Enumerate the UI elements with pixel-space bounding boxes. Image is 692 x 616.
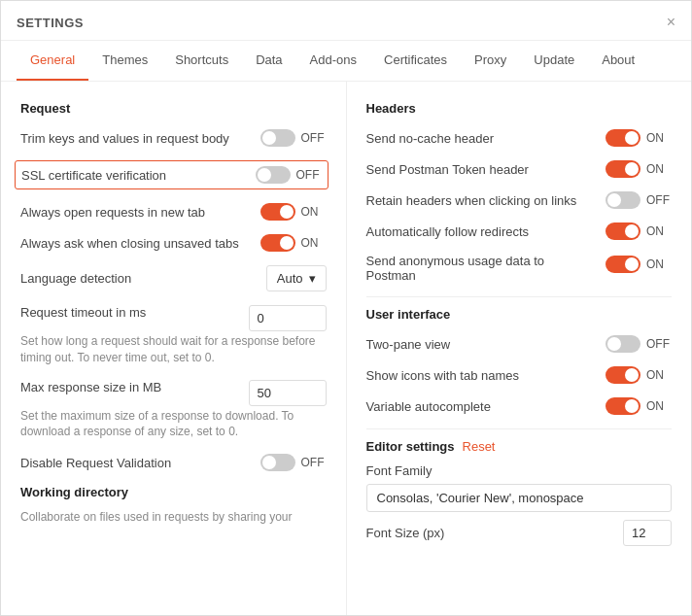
retain-headers-toggle[interactable]: OFF bbox=[606, 191, 672, 209]
trim-keys-toggle[interactable]: OFF bbox=[260, 129, 327, 147]
font-size-label: Font Size (px) bbox=[366, 526, 624, 540]
ssl-cert-state: OFF bbox=[296, 168, 322, 182]
editor-section-header: Editor settings Reset bbox=[366, 439, 673, 454]
trim-keys-state: OFF bbox=[301, 131, 327, 145]
settings-window: SETTINGS × General Themes Shortcuts Data… bbox=[0, 0, 692, 616]
tab-general[interactable]: General bbox=[17, 41, 88, 81]
show-icons-track[interactable] bbox=[606, 366, 640, 384]
font-family-input[interactable] bbox=[366, 484, 673, 512]
ssl-cert-row: SSL certificate verification OFF bbox=[15, 160, 329, 189]
postman-token-track[interactable] bbox=[606, 160, 640, 178]
disable-validation-track[interactable] bbox=[260, 454, 295, 471]
timeout-row: Request timeout in ms bbox=[20, 305, 327, 331]
postman-token-row: Send Postman Token header ON bbox=[366, 160, 673, 178]
language-label: Language detection bbox=[20, 271, 266, 286]
tab-bar: General Themes Shortcuts Data Add-ons Ce… bbox=[1, 41, 691, 82]
follow-redirects-label: Automatically follow redirects bbox=[366, 224, 606, 239]
two-pane-row: Two-pane view OFF bbox=[366, 335, 673, 353]
tab-themes[interactable]: Themes bbox=[88, 41, 161, 81]
disable-validation-state: OFF bbox=[301, 456, 327, 469]
open-new-tab-track[interactable] bbox=[260, 203, 295, 221]
timeout-desc: Set how long a request should wait for a… bbox=[20, 333, 327, 366]
close-button[interactable]: × bbox=[667, 15, 675, 30]
timeout-input[interactable] bbox=[249, 305, 327, 331]
anon-data-label: Send anonymous usage data toPostman bbox=[366, 254, 606, 283]
language-row: Language detection Auto ▾ bbox=[20, 265, 327, 291]
max-response-input[interactable] bbox=[249, 380, 327, 406]
show-icons-toggle[interactable]: ON bbox=[606, 366, 672, 384]
tab-data[interactable]: Data bbox=[242, 41, 295, 81]
open-new-tab-row: Always open requests in new tab ON bbox=[20, 203, 327, 221]
request-section-title: Request bbox=[20, 101, 327, 116]
anon-data-track[interactable] bbox=[606, 256, 640, 273]
retain-headers-row: Retain headers when clicking on links OF… bbox=[366, 191, 673, 209]
ssl-cert-toggle[interactable]: OFF bbox=[256, 166, 322, 184]
two-pane-track[interactable] bbox=[606, 335, 640, 353]
chevron-down-icon: ▾ bbox=[309, 271, 316, 286]
var-autocomplete-track[interactable] bbox=[606, 397, 640, 415]
editor-title: Editor settings bbox=[366, 439, 455, 454]
disable-validation-row: Disable Request Validation OFF bbox=[20, 454, 327, 471]
divider-editor bbox=[366, 428, 673, 429]
retain-headers-state: OFF bbox=[646, 193, 672, 207]
follow-redirects-row: Automatically follow redirects ON bbox=[366, 222, 673, 240]
disable-validation-label: Disable Request Validation bbox=[20, 456, 260, 470]
follow-redirects-track[interactable] bbox=[606, 222, 640, 240]
two-pane-state: OFF bbox=[646, 337, 672, 351]
postman-token-state: ON bbox=[646, 162, 672, 176]
tab-shortcuts[interactable]: Shortcuts bbox=[161, 41, 242, 81]
editor-reset-button[interactable]: Reset bbox=[463, 439, 496, 454]
anon-data-toggle[interactable]: ON bbox=[606, 256, 672, 273]
postman-token-toggle[interactable]: ON bbox=[606, 160, 672, 178]
two-pane-toggle[interactable]: OFF bbox=[606, 335, 672, 353]
tab-certificates[interactable]: Certificates bbox=[370, 41, 461, 81]
no-cache-label: Send no-cache header bbox=[366, 131, 606, 146]
ssl-cert-label: SSL certificate verification bbox=[21, 168, 256, 183]
var-autocomplete-toggle[interactable]: ON bbox=[606, 397, 672, 415]
working-dir-title: Working directory bbox=[20, 485, 327, 499]
max-response-label: Max response size in MB bbox=[20, 380, 249, 394]
content-area: Request Trim keys and values in request … bbox=[1, 82, 691, 615]
headers-section-title: Headers bbox=[366, 101, 673, 116]
anon-data-row: Send anonymous usage data toPostman ON bbox=[366, 254, 673, 283]
tab-update[interactable]: Update bbox=[520, 41, 588, 81]
retain-headers-track[interactable] bbox=[606, 191, 640, 209]
ssl-cert-track[interactable] bbox=[256, 166, 291, 184]
follow-redirects-toggle[interactable]: ON bbox=[606, 222, 672, 240]
tab-addons[interactable]: Add-ons bbox=[296, 41, 370, 81]
ui-section-title: User interface bbox=[366, 307, 673, 322]
disable-validation-toggle[interactable]: OFF bbox=[260, 454, 327, 471]
title-bar: SETTINGS × bbox=[1, 1, 691, 41]
font-size-row: Font Size (px) bbox=[366, 520, 673, 546]
font-size-input[interactable] bbox=[623, 520, 672, 546]
open-new-tab-state: ON bbox=[301, 205, 327, 219]
font-family-label: Font Family bbox=[366, 463, 673, 478]
language-dropdown[interactable]: Auto ▾ bbox=[266, 265, 327, 291]
two-pane-label: Two-pane view bbox=[366, 337, 606, 352]
divider-ui bbox=[366, 296, 673, 297]
ask-closing-state: ON bbox=[301, 236, 327, 250]
tab-about[interactable]: About bbox=[588, 41, 648, 81]
show-icons-label: Show icons with tab names bbox=[366, 368, 606, 383]
trim-keys-row: Trim keys and values in request body OFF bbox=[20, 129, 327, 147]
trim-keys-label: Trim keys and values in request body bbox=[20, 131, 260, 146]
max-response-row: Max response size in MB bbox=[20, 380, 327, 406]
window-title: SETTINGS bbox=[17, 16, 84, 30]
right-panel: Headers Send no-cache header ON Send Pos… bbox=[347, 82, 692, 615]
tab-proxy[interactable]: Proxy bbox=[461, 41, 520, 81]
ask-closing-row: Always ask when closing unsaved tabs ON bbox=[20, 234, 327, 252]
font-family-section: Font Family bbox=[366, 463, 673, 512]
language-value: Auto bbox=[277, 271, 303, 286]
no-cache-state: ON bbox=[646, 131, 672, 145]
follow-redirects-state: ON bbox=[646, 224, 672, 238]
no-cache-row: Send no-cache header ON bbox=[366, 129, 673, 147]
timeout-label: Request timeout in ms bbox=[20, 305, 249, 320]
trim-keys-track[interactable] bbox=[260, 129, 295, 147]
no-cache-toggle[interactable]: ON bbox=[606, 129, 672, 147]
show-icons-row: Show icons with tab names ON bbox=[366, 366, 673, 384]
ask-closing-toggle[interactable]: ON bbox=[260, 234, 327, 252]
open-new-tab-toggle[interactable]: ON bbox=[260, 203, 327, 221]
no-cache-track[interactable] bbox=[606, 129, 640, 147]
retain-headers-label: Retain headers when clicking on links bbox=[366, 193, 606, 208]
ask-closing-track[interactable] bbox=[260, 234, 295, 252]
